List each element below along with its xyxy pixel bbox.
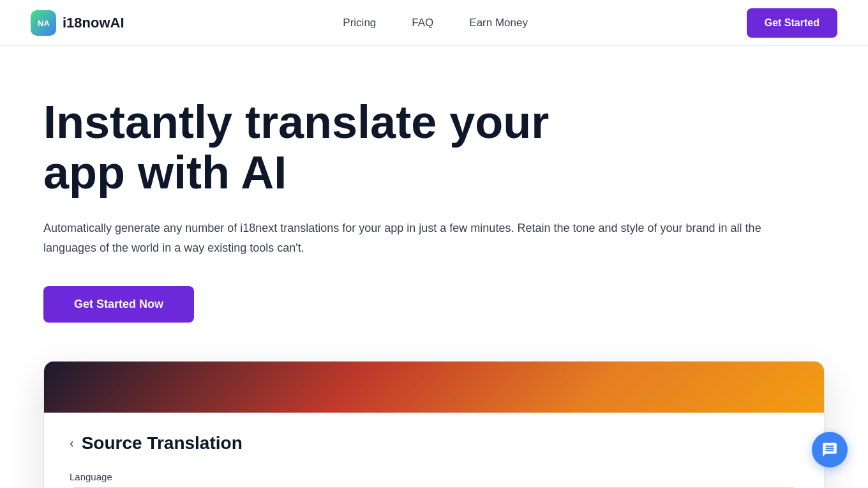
back-icon[interactable]: ‹ bbox=[70, 436, 74, 450]
navbar-logo-group: NA i18nowAI bbox=[31, 10, 124, 36]
svg-text:NA: NA bbox=[38, 19, 50, 28]
hero-section: Instantly translate your app with AI Aut… bbox=[0, 46, 868, 323]
chat-icon bbox=[821, 441, 838, 458]
preview-content: ‹ Source Translation Language English Up… bbox=[44, 413, 824, 488]
get-started-nav-button[interactable]: Get Started bbox=[747, 8, 837, 38]
navbar: NA i18nowAI Pricing FAQ Earn Money Get S… bbox=[0, 0, 868, 46]
logo-text: i18nowAI bbox=[63, 15, 124, 31]
logo-icon: NA bbox=[31, 10, 56, 36]
nav-link-pricing[interactable]: Pricing bbox=[343, 17, 376, 29]
navbar-links: Pricing FAQ Earn Money bbox=[343, 17, 528, 29]
chat-support-button[interactable] bbox=[812, 432, 848, 468]
hero-description: Automatically generate any number of i18… bbox=[43, 218, 809, 257]
language-label: Language bbox=[70, 471, 798, 482]
app-preview: ‹ Source Translation Language English Up… bbox=[43, 361, 825, 488]
preview-header: ‹ Source Translation bbox=[70, 433, 798, 454]
hero-title: Instantly translate your app with AI bbox=[43, 97, 618, 198]
get-started-hero-button[interactable]: Get Started Now bbox=[43, 286, 194, 323]
nav-link-earn-money[interactable]: Earn Money bbox=[469, 17, 528, 29]
nav-link-faq[interactable]: FAQ bbox=[412, 17, 433, 29]
preview-title: Source Translation bbox=[82, 433, 243, 454]
preview-top-bar bbox=[44, 362, 824, 413]
language-field-group: Language English bbox=[70, 471, 798, 488]
navbar-cta: Get Started bbox=[747, 8, 837, 38]
